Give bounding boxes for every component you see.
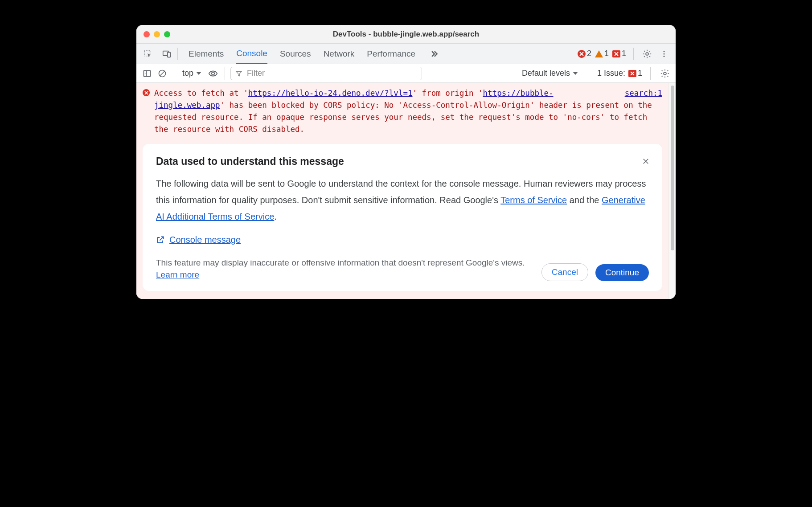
text-segment: Access to fetch at ': [154, 89, 248, 98]
ai-data-dialog: Data used to understand this message The…: [143, 144, 662, 291]
svg-line-10: [160, 71, 164, 76]
devtools-window: DevTools - bubble-jingle.web.app/search …: [136, 25, 676, 299]
issue-count: 1: [622, 49, 626, 58]
log-levels-selector[interactable]: Default levels: [519, 68, 581, 79]
issues-toolbar[interactable]: 1 Issue: 1: [597, 69, 642, 78]
filter-icon: [235, 70, 242, 77]
clear-console-icon[interactable]: [156, 67, 168, 80]
divider: [633, 48, 634, 60]
scrollbar-track[interactable]: [668, 83, 676, 299]
svg-point-3: [646, 53, 648, 55]
inspect-element-icon[interactable]: [142, 48, 154, 60]
console-error-message[interactable]: search:1Access to fetch at 'https://hell…: [143, 87, 662, 136]
live-expression-icon[interactable]: [207, 67, 219, 80]
issue-label: 1 Issue:: [597, 69, 625, 78]
minimize-window-button[interactable]: [154, 31, 160, 37]
chevron-down-icon: [196, 72, 201, 75]
warning-icon: [595, 50, 603, 58]
cancel-button[interactable]: Cancel: [541, 263, 588, 281]
tab-elements[interactable]: Elements: [189, 44, 224, 64]
scrollbar-thumb[interactable]: [671, 86, 674, 250]
console-output: search:1Access to fetch at 'https://hell…: [136, 83, 668, 299]
window-title: DevTools - bubble-jingle.web.app/search: [136, 30, 676, 39]
issue-icon: [628, 70, 636, 77]
more-tabs-icon[interactable]: [428, 48, 440, 60]
execution-context-selector[interactable]: top: [180, 68, 204, 79]
filter-input[interactable]: Filter: [230, 67, 422, 80]
divider: [650, 67, 651, 80]
divider: [225, 67, 225, 80]
console-message-link[interactable]: Console message: [169, 235, 241, 245]
svg-point-5: [664, 53, 665, 54]
error-badge[interactable]: 2: [578, 49, 591, 58]
device-toolbar-icon[interactable]: [160, 48, 173, 60]
svg-point-12: [664, 72, 666, 75]
tab-sources[interactable]: Sources: [280, 44, 311, 64]
console-message-row: Console message: [156, 235, 649, 245]
window-controls: [136, 31, 170, 37]
context-label: top: [182, 69, 193, 78]
tab-performance[interactable]: Performance: [367, 44, 415, 64]
more-options-icon[interactable]: [658, 48, 670, 60]
issue-icon: [612, 50, 620, 57]
chevron-down-icon: [573, 72, 578, 75]
settings-icon[interactable]: [641, 48, 653, 60]
divider: [177, 48, 178, 60]
sidebar-toggle-icon[interactable]: [141, 67, 153, 80]
svg-point-4: [664, 51, 665, 52]
tab-console[interactable]: Console: [236, 44, 267, 64]
error-icon: [143, 89, 150, 96]
svg-rect-2: [168, 52, 170, 57]
tab-network[interactable]: Network: [324, 44, 355, 64]
titlebar: DevTools - bubble-jingle.web.app/search: [136, 25, 676, 44]
dialog-title: Data used to understand this message: [156, 155, 649, 168]
tos-link[interactable]: Terms of Service: [500, 195, 567, 205]
levels-label: Default levels: [522, 69, 570, 78]
message-text: search:1Access to fetch at 'https://hell…: [154, 87, 662, 136]
text-segment: .: [274, 212, 277, 221]
close-window-button[interactable]: [144, 31, 150, 37]
text-segment: ' from origin ': [412, 89, 483, 98]
console-toolbar: top Filter Default levels 1 Issue:: [136, 64, 676, 83]
main-tabstrip: Elements Console Sources Network Perform…: [136, 44, 676, 64]
svg-point-6: [664, 55, 665, 57]
panel-tabs: Elements Console Sources Network Perform…: [189, 44, 440, 64]
continue-button[interactable]: Continue: [595, 264, 649, 281]
error-count: 2: [587, 49, 591, 58]
dialog-footer: This feature may display inaccurate or o…: [156, 257, 649, 281]
filter-placeholder: Filter: [247, 69, 265, 78]
dialog-body: The following data will be sent to Googl…: [156, 176, 649, 225]
console-settings-icon[interactable]: [659, 67, 671, 80]
issue-count: 1: [638, 69, 642, 78]
text-segment: This feature may display inaccurate or o…: [156, 258, 525, 267]
svg-point-11: [212, 72, 214, 74]
warning-count: 1: [604, 49, 609, 58]
zoom-window-button[interactable]: [164, 31, 170, 37]
text-segment: ' has been blocked by CORS policy: No 'A…: [154, 101, 652, 134]
error-icon: [578, 50, 586, 58]
fetch-url-link[interactable]: https://hello-io-24.deno.dev/?lvl=1: [248, 89, 413, 98]
disclaimer-text: This feature may display inaccurate or o…: [156, 257, 534, 281]
svg-rect-7: [144, 70, 151, 76]
status-badges[interactable]: 2 1 1: [578, 49, 626, 58]
message-source-link[interactable]: search:1: [625, 87, 662, 99]
warning-badge[interactable]: 1: [595, 49, 609, 58]
text-segment: and the: [567, 195, 602, 205]
open-external-icon: [156, 235, 165, 244]
learn-more-link[interactable]: Learn more: [156, 270, 199, 279]
issue-badge[interactable]: 1: [612, 49, 626, 58]
divider: [174, 67, 174, 80]
content-area: search:1Access to fetch at 'https://hell…: [136, 83, 676, 299]
divider: [589, 67, 589, 80]
dialog-close-button[interactable]: [639, 155, 652, 168]
